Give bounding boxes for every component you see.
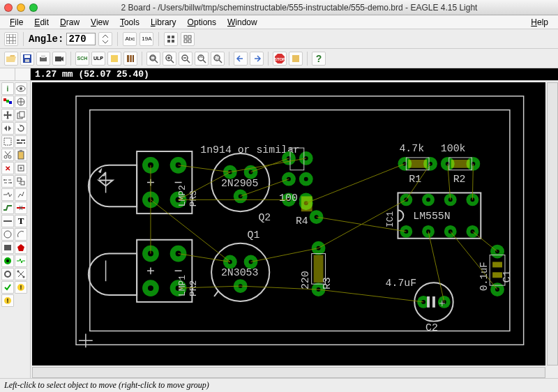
svg-rect-32 <box>6 100 9 103</box>
wire-tool[interactable] <box>1 215 14 227</box>
svg-text:R2: R2 <box>453 174 466 185</box>
rats-tool[interactable] <box>15 268 27 280</box>
svg-rect-33 <box>9 101 12 104</box>
command-button[interactable] <box>0 68 15 80</box>
group-tool[interactable] <box>1 135 14 148</box>
pcb-canvas[interactable]: LMP2 PR3 LMP1 PR2 Q2 2N2905 Q1 2N3053 <box>32 82 545 365</box>
replace-tool[interactable] <box>15 175 27 188</box>
polygon-tool[interactable] <box>15 241 27 254</box>
text-mode-icon[interactable]: Abc <box>123 32 137 46</box>
grid-icon[interactable] <box>4 32 18 46</box>
print-icon[interactable] <box>36 52 50 66</box>
svg-rect-169 <box>427 296 430 308</box>
run-icon[interactable] <box>107 52 121 66</box>
menu-window[interactable]: Window <box>222 17 263 27</box>
auto-tool[interactable] <box>1 281 14 294</box>
svg-rect-8 <box>188 40 191 43</box>
delete-tool[interactable]: ✕ <box>1 162 14 174</box>
layer-tool[interactable] <box>1 96 14 108</box>
list-view-icon[interactable] <box>164 32 178 46</box>
title-bar: 2 Board - /Users/billw/tmp/scheminstruct… <box>0 0 558 15</box>
menu-bar: File Edit Draw View Tools Library Option… <box>0 15 558 29</box>
svg-text:100k: 100k <box>441 143 466 154</box>
menu-draw[interactable]: Draw <box>54 17 85 27</box>
mark-tool[interactable] <box>15 96 27 108</box>
grid-view-icon[interactable] <box>181 32 195 46</box>
svg-rect-11 <box>25 59 29 62</box>
angle-label: Angle: <box>29 33 63 45</box>
menu-tools[interactable]: Tools <box>114 17 145 27</box>
board-icon[interactable]: SCH <box>75 52 89 66</box>
errors-tool[interactable]: ! <box>1 294 14 307</box>
menu-view[interactable]: View <box>85 17 114 27</box>
via-tool[interactable] <box>1 255 14 267</box>
redo-icon[interactable] <box>250 52 264 66</box>
close-button[interactable] <box>4 3 13 12</box>
menu-library[interactable]: Library <box>145 17 182 27</box>
go-icon[interactable] <box>289 52 303 66</box>
zoom-select-icon[interactable] <box>211 52 225 66</box>
ripup-tool[interactable] <box>15 202 27 214</box>
minimize-button[interactable] <box>17 3 25 12</box>
paste-tool[interactable] <box>15 149 27 161</box>
tool-palette: i ✕ T ! ! <box>0 81 31 378</box>
library-icon[interactable] <box>123 52 137 66</box>
svg-rect-2 <box>172 36 174 38</box>
svg-rect-31 <box>3 98 6 101</box>
add-tool[interactable] <box>15 162 27 174</box>
rect-tool[interactable] <box>1 241 14 254</box>
change-tool[interactable] <box>15 135 27 148</box>
show-tool[interactable] <box>15 82 27 95</box>
menu-options[interactable]: Options <box>182 17 222 27</box>
copy-tool[interactable] <box>15 109 27 121</box>
menu-file[interactable]: File <box>4 17 29 27</box>
menu-help[interactable]: Help <box>525 17 554 27</box>
route-tool[interactable] <box>1 202 14 214</box>
horizontal-scrollbar[interactable] <box>32 367 545 378</box>
svg-rect-13 <box>41 55 45 58</box>
save-icon[interactable] <box>20 52 34 66</box>
zoom-redraw-icon[interactable] <box>195 52 209 66</box>
svg-point-51 <box>6 259 9 262</box>
menu-edit[interactable]: Edit <box>29 17 54 27</box>
svg-rect-3 <box>167 40 170 43</box>
coords-button[interactable] <box>15 68 31 80</box>
open-icon[interactable] <box>4 52 18 66</box>
svg-point-23 <box>198 55 204 61</box>
svg-rect-4 <box>172 40 174 43</box>
cut-tool[interactable] <box>1 149 14 161</box>
optimize-tool[interactable] <box>15 188 27 201</box>
svg-text:IC1: IC1 <box>385 211 395 227</box>
mirror-tool[interactable] <box>1 122 14 135</box>
rotate-tool[interactable] <box>15 122 27 135</box>
proportional-icon[interactable]: 19A <box>140 32 153 46</box>
zoom-out-icon[interactable] <box>179 52 193 66</box>
stop-icon[interactable]: STOP <box>273 52 287 66</box>
zoom-fit-icon[interactable] <box>146 52 160 66</box>
svg-text:4.7uF: 4.7uF <box>386 278 417 289</box>
hole-tool[interactable] <box>1 268 14 280</box>
text-tool[interactable]: T <box>15 215 27 227</box>
arc-tool[interactable] <box>15 228 27 241</box>
zoom-button[interactable] <box>29 3 38 12</box>
angle-input[interactable] <box>66 33 96 45</box>
svg-text:LMP1: LMP1 <box>177 275 188 296</box>
info-tool[interactable]: i <box>1 82 14 95</box>
angle-spinner[interactable] <box>98 32 112 46</box>
svg-text:LM555N: LM555N <box>413 211 450 222</box>
help-icon[interactable]: ? <box>312 52 326 66</box>
svg-rect-28 <box>292 55 299 62</box>
svg-point-53 <box>17 271 20 273</box>
signal-tool[interactable] <box>15 255 27 267</box>
cam-icon[interactable] <box>52 52 66 66</box>
zoom-in-icon[interactable] <box>163 52 176 66</box>
circle-tool[interactable] <box>1 228 14 241</box>
vertical-scrollbar[interactable] <box>547 82 558 365</box>
split-tool[interactable] <box>1 188 14 201</box>
move-tool[interactable] <box>1 109 14 121</box>
svg-point-149 <box>426 197 430 202</box>
undo-icon[interactable] <box>234 52 248 66</box>
pinswap-tool[interactable] <box>1 175 14 188</box>
erc-tool[interactable]: ! <box>15 281 27 294</box>
script-icon[interactable]: ULP <box>91 52 105 66</box>
